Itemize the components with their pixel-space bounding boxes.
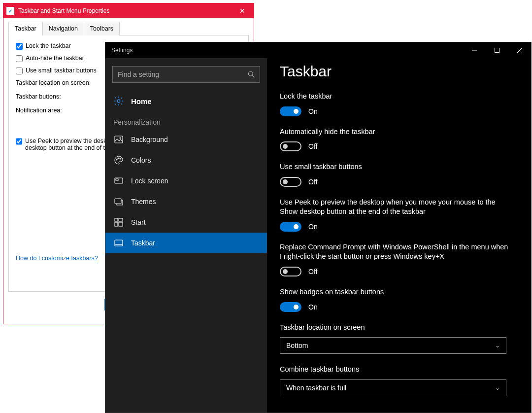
close-button[interactable]	[508, 42, 531, 58]
search-icon	[248, 71, 255, 78]
minimize-button[interactable]	[463, 42, 486, 58]
legacy-titlebar[interactable]: ✔ Taskbar and Start Menu Properties ✕	[3, 3, 254, 18]
gear-icon	[113, 96, 124, 106]
powershell-toggle[interactable]	[280, 267, 301, 276]
page-title: Taskbar	[280, 63, 518, 80]
sidebar-home-label: Home	[131, 97, 152, 105]
setting-combine-label: Combine taskbar buttons	[280, 365, 511, 375]
setting-location-label: Taskbar location on screen	[280, 323, 511, 333]
powershell-toggle-text: Off	[308, 268, 317, 275]
setting-badges: Show badges on taskbar buttons On	[280, 287, 518, 312]
legacy-help-link[interactable]: How do I customize taskbars?	[16, 255, 98, 262]
chevron-down-icon: ⌄	[495, 342, 500, 349]
legacy-smallbtn-checkbox[interactable]	[16, 68, 23, 74]
combine-select[interactable]: When taskbar is full ⌄	[280, 379, 506, 396]
setting-peek: Use Peek to preview the desktop when you…	[280, 198, 518, 232]
autohide-toggle[interactable]	[280, 141, 301, 151]
svg-rect-17	[115, 222, 118, 226]
close-icon	[517, 48, 522, 53]
svg-point-9	[116, 159, 117, 160]
setting-small: Use small taskbar buttons Off	[280, 162, 518, 187]
legacy-title-text: Taskbar and Start Menu Properties	[18, 7, 109, 14]
minimize-icon	[472, 48, 477, 53]
setting-badges-label: Show badges on taskbar buttons	[280, 287, 511, 297]
small-toggle-text: Off	[308, 178, 317, 186]
maximize-icon	[495, 48, 499, 53]
sidebar-section-label: Personalization	[105, 113, 267, 129]
svg-rect-7	[115, 136, 123, 143]
location-select[interactable]: Bottom ⌄	[280, 337, 506, 354]
setting-small-label: Use small taskbar buttons	[280, 162, 511, 172]
sidebar-home[interactable]: Home	[105, 92, 267, 113]
setting-powershell-label: Replace Command Prompt with Windows Powe…	[280, 242, 511, 262]
setting-lock: Lock the taskbar On	[280, 92, 518, 116]
sidebar-item-label: Start	[131, 218, 146, 226]
svg-point-6	[117, 100, 120, 103]
combine-select-value: When taskbar is full	[286, 384, 346, 392]
svg-point-10	[118, 158, 119, 159]
search-input[interactable]: Find a setting	[112, 66, 260, 83]
settings-main: Taskbar Lock the taskbar On Automaticall…	[267, 58, 531, 413]
lock-toggle[interactable]	[280, 106, 301, 116]
legacy-tab-navigation[interactable]: Navigation	[42, 22, 84, 35]
svg-rect-14	[115, 199, 121, 204]
sidebar-item-background[interactable]: Background	[105, 129, 267, 150]
sidebar-item-lockscreen[interactable]: Lock screen	[105, 171, 267, 191]
badges-toggle[interactable]	[280, 302, 301, 312]
taskbar-icon	[114, 239, 123, 247]
location-select-value: Bottom	[286, 342, 308, 349]
sidebar-item-label: Lock screen	[131, 177, 168, 185]
peek-toggle[interactable]	[280, 222, 301, 232]
sidebar-item-taskbar[interactable]: Taskbar	[105, 233, 267, 253]
legacy-tab-taskbar[interactable]: Taskbar	[8, 22, 43, 35]
svg-point-11	[120, 158, 121, 159]
autohide-toggle-text: Off	[308, 142, 317, 150]
setting-lock-label: Lock the taskbar	[280, 92, 511, 102]
svg-point-8	[120, 138, 121, 138]
sidebar-item-themes[interactable]: Themes	[105, 191, 267, 212]
sidebar-item-label: Background	[131, 136, 168, 143]
svg-rect-18	[119, 222, 123, 226]
svg-rect-16	[119, 218, 123, 221]
sidebar-item-label: Themes	[131, 198, 156, 206]
sidebar-item-start[interactable]: Start	[105, 212, 267, 233]
legacy-autohide-checkbox[interactable]	[16, 55, 23, 62]
picture-icon	[114, 135, 123, 144]
settings-titlebar[interactable]: Settings	[105, 42, 531, 58]
badges-toggle-text: On	[308, 303, 318, 311]
settings-sidebar: Find a setting Home Personalization Back…	[105, 58, 267, 413]
legacy-lock-checkbox[interactable]	[16, 43, 23, 50]
legacy-smallbtn-label: Use small taskbar buttons	[26, 67, 97, 74]
sidebar-item-colors[interactable]: Colors	[105, 150, 267, 171]
chevron-down-icon: ⌄	[495, 384, 500, 391]
svg-rect-13	[116, 179, 118, 180]
svg-rect-15	[115, 218, 118, 221]
setting-combine: Combine taskbar buttons When taskbar is …	[280, 365, 518, 396]
sidebar-item-label: Colors	[131, 156, 151, 164]
small-toggle[interactable]	[280, 177, 301, 187]
svg-rect-19	[115, 240, 123, 246]
setting-location: Taskbar location on screen Bottom ⌄	[280, 323, 518, 354]
setting-powershell: Replace Command Prompt with Windows Powe…	[280, 242, 518, 276]
themes-icon	[114, 197, 123, 206]
start-grid-icon	[114, 218, 123, 227]
setting-peek-label: Use Peek to preview the desktop when you…	[280, 198, 511, 217]
peek-toggle-text: On	[308, 223, 318, 231]
maximize-button[interactable]	[486, 42, 508, 58]
legacy-close-button[interactable]: ✕	[231, 3, 254, 18]
lock-toggle-text: On	[308, 107, 318, 115]
settings-window: Settings Find a setting Hom	[105, 42, 532, 413]
setting-autohide: Automatically hide the taskbar Off	[280, 127, 518, 152]
svg-line-5	[252, 75, 254, 77]
setting-autohide-label: Automatically hide the taskbar	[280, 127, 511, 137]
legacy-peek-checkbox[interactable]	[16, 138, 22, 145]
search-placeholder: Find a setting	[118, 70, 159, 78]
palette-icon	[114, 156, 123, 165]
sidebar-item-label: Taskbar	[131, 239, 155, 247]
legacy-titlebar-icon: ✔	[6, 7, 14, 15]
settings-title-text: Settings	[111, 47, 133, 54]
legacy-lock-label: Lock the taskbar	[26, 42, 71, 49]
legacy-tab-toolbars[interactable]: Toolbars	[84, 22, 120, 35]
svg-rect-1	[495, 48, 499, 53]
lockscreen-icon	[114, 176, 123, 185]
